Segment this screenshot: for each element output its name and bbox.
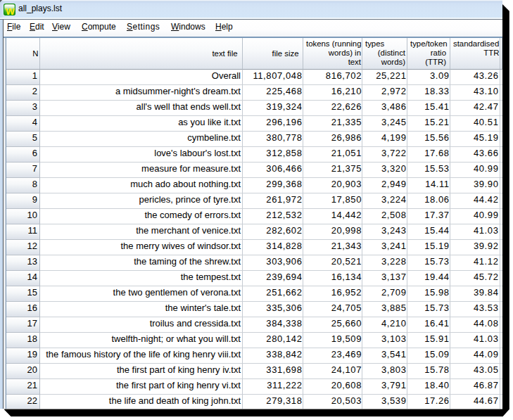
svg-text:w: w	[5, 5, 15, 15]
